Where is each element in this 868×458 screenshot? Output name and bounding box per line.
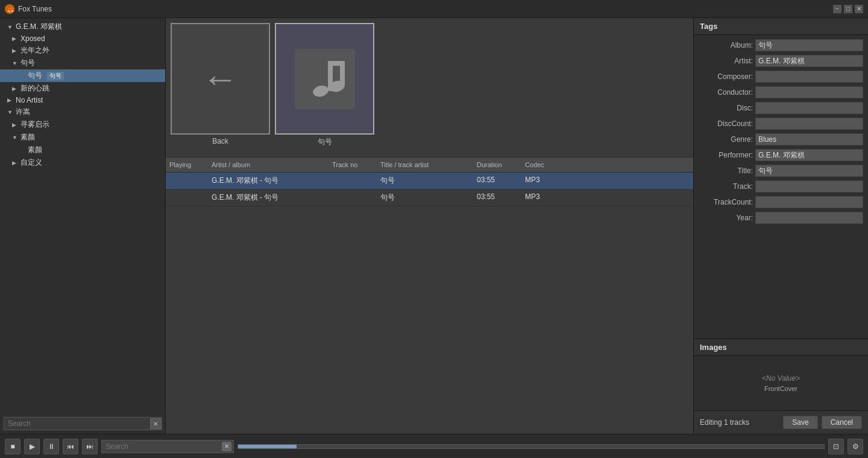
- track-codec: MP3: [521, 174, 570, 187]
- sidebar-item-juhao-selected[interactable]: 句号 句号: [0, 69, 165, 82]
- search-clear-button[interactable]: ✕: [222, 442, 231, 451]
- settings-button[interactable]: ⚙: [848, 439, 863, 454]
- tag-row-genre: Genre:: [694, 132, 868, 147]
- track-artist: G.E.M. 邓紫棋 - 句号: [208, 191, 329, 204]
- tag-input-composer[interactable]: [755, 71, 863, 83]
- back-album-art[interactable]: ←: [171, 23, 270, 135]
- tag-input-performer[interactable]: [755, 149, 863, 161]
- selected-badge: 句号: [47, 72, 64, 80]
- minimize-button[interactable]: −: [833, 5, 841, 13]
- close-button[interactable]: ✕: [855, 5, 863, 13]
- footer-buttons: Save Cancel: [783, 416, 862, 429]
- sidebar-item-suyan[interactable]: ▼ 素颜: [0, 131, 165, 144]
- sidebar-item-xposed[interactable]: ▶ Xposed: [0, 33, 165, 44]
- sidebar-item-juhao[interactable]: ▼ 句号: [0, 57, 165, 69]
- sidebar-item-guangnian[interactable]: ▶ 光年之外: [0, 44, 165, 57]
- save-button[interactable]: Save: [783, 416, 817, 429]
- tag-input-title[interactable]: [755, 165, 863, 177]
- stop-button[interactable]: ■: [5, 439, 20, 454]
- tag-row-disccount: DiscCount:: [694, 116, 868, 132]
- sidebar-item-label: 寻雾启示: [20, 119, 49, 130]
- sidebar-item-xinxin[interactable]: ▶ 新的心跳: [0, 82, 165, 95]
- sidebar-item-xujian[interactable]: ▼ 许嵩: [0, 106, 165, 118]
- tag-input-conductor[interactable]: [755, 86, 863, 98]
- sidebar-item-gem[interactable]: ▼ G.E.M. 邓紫棋: [0, 21, 165, 33]
- sidebar-item-noartist[interactable]: ▶ No Artist: [0, 95, 165, 106]
- col-header-artist: Artist / album: [208, 160, 329, 170]
- pause-button[interactable]: ⏸: [43, 439, 59, 454]
- track-list: Playing Artist / album Track no Title / …: [166, 157, 693, 434]
- tag-input-disccount[interactable]: [755, 118, 863, 130]
- expand-arrow-icon: ▼: [7, 109, 13, 115]
- col-header-codec: Codec: [521, 160, 570, 170]
- search-input[interactable]: [4, 417, 162, 430]
- tag-input-artist[interactable]: [755, 55, 863, 67]
- tag-label-year: Year:: [699, 214, 753, 222]
- sidebar-item-label: 新的心跳: [20, 83, 49, 94]
- sidebar-item-suyan-track[interactable]: 素颜: [0, 144, 165, 156]
- progress-fill: [238, 445, 297, 448]
- expand-arrow-icon: ▶: [12, 122, 18, 128]
- tag-label-genre: Genre:: [699, 135, 753, 144]
- expand-arrow-icon: ▶: [12, 160, 18, 166]
- app-icon: 🦊: [5, 4, 14, 14]
- expand-arrow-icon: ▶: [12, 36, 18, 42]
- tag-label-track: Track:: [699, 182, 753, 191]
- expand-arrow-icon: ▶: [12, 86, 18, 92]
- col-header-title: Title / track artist: [377, 160, 473, 170]
- sidebar-item-label: 素颜: [28, 145, 42, 155]
- tag-label-disccount: DiscCount:: [699, 119, 753, 128]
- album-area: ← Back: [166, 18, 693, 157]
- search-input[interactable]: [101, 440, 234, 453]
- track-list-header: Playing Artist / album Track no Title / …: [166, 157, 693, 173]
- play-button[interactable]: ▶: [24, 439, 40, 454]
- app-title: Fox Tunes: [18, 5, 833, 13]
- tag-label-artist: Artist:: [699, 57, 753, 65]
- bottom-bar: ■ ▶ ⏸ ⏮ ⏭ ✕ ⊡ ⚙: [0, 434, 868, 458]
- current-album-art[interactable]: [275, 23, 374, 135]
- back-album-item[interactable]: ← Back: [171, 23, 270, 152]
- track-duration: 03:55: [473, 174, 521, 187]
- sidebar-item-label: 自定义: [20, 157, 42, 168]
- current-album-item[interactable]: 句号: [275, 23, 374, 152]
- search-clear-button[interactable]: ✕: [150, 418, 161, 429]
- tag-row-track: Track:: [694, 179, 868, 194]
- sidebar-item-zidingyi[interactable]: ▶ 自定义: [0, 156, 165, 169]
- tag-input-album[interactable]: [755, 39, 863, 51]
- restore-button[interactable]: ⊡: [828, 439, 844, 454]
- tag-label-trackcount: TrackCount:: [699, 198, 753, 206]
- tags-panel: Tags Album: Artist: Composer: Conductor:…: [693, 18, 868, 434]
- tag-input-year[interactable]: [755, 212, 863, 224]
- svg-text:🦊: 🦊: [7, 6, 14, 13]
- tag-row-title: Title:: [694, 163, 868, 179]
- progress-bar[interactable]: [237, 444, 825, 449]
- tag-input-genre[interactable]: [755, 133, 863, 145]
- cancel-button[interactable]: Cancel: [822, 416, 862, 429]
- titlebar: 🦊 Fox Tunes − □ ✕: [0, 0, 868, 18]
- sidebar-search-area: ✕: [0, 413, 166, 434]
- sidebar-item-xunmeng[interactable]: ▶ 寻雾启示: [0, 118, 165, 131]
- sidebar: ▼ G.E.M. 邓紫棋 ▶ Xposed ▶ 光年之外 ▼ 句号 句号 句号 …: [0, 18, 166, 434]
- expand-arrow-icon: ▼: [12, 60, 18, 66]
- tag-input-trackcount[interactable]: [755, 196, 863, 208]
- expand-arrow-icon: ▶: [7, 97, 13, 103]
- track-title: 句号: [377, 191, 473, 204]
- tag-input-disc[interactable]: [755, 102, 863, 114]
- sidebar-item-label: 句号: [28, 71, 42, 81]
- tag-row-composer: Composer:: [694, 69, 868, 84]
- footer-status: Editing 1 tracks: [700, 418, 749, 427]
- current-album-label: 句号: [318, 137, 332, 147]
- prev-button[interactable]: ⏮: [63, 439, 78, 454]
- table-row[interactable]: G.E.M. 邓紫棋 - 句号 句号 03:55 MP3: [166, 189, 693, 206]
- maximize-button[interactable]: □: [844, 5, 852, 13]
- sidebar-item-label: 素颜: [20, 132, 35, 142]
- table-row[interactable]: G.E.M. 邓紫棋 - 句号 句号 03:55 MP3: [166, 173, 693, 189]
- next-button[interactable]: ⏭: [82, 439, 98, 454]
- col-header-duration: Duration: [473, 160, 521, 170]
- images-header: Images: [694, 339, 868, 356]
- expand-arrow-icon: ▼: [7, 24, 13, 30]
- no-value-label: <No Value>: [762, 374, 800, 383]
- tag-row-year: Year:: [694, 210, 868, 226]
- tag-input-track[interactable]: [755, 180, 863, 192]
- expand-arrow-icon: ▼: [12, 135, 18, 141]
